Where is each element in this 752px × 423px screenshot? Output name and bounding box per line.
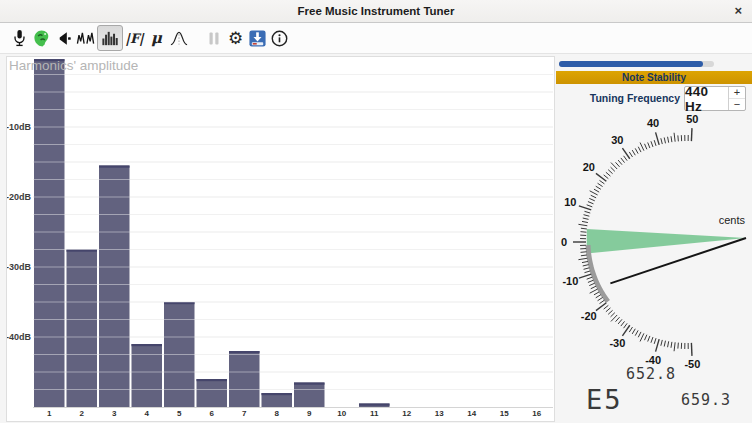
bars-icon [100,29,120,48]
harmonic-bar-cap [197,379,228,381]
info-icon [270,29,289,48]
fourier-button[interactable]: |F| [124,25,145,51]
gauge-minor-tick [632,150,635,155]
gauge-tick-label: -10 [562,275,578,287]
gauge-tick-label: 30 [611,134,623,146]
gauge-minor-tick [664,341,665,347]
gauge-minor-tick [606,172,611,176]
gauge-tick-label: -30 [609,337,625,349]
gauge-minor-tick [578,224,587,225]
harmonic-bar [229,351,260,407]
note-stability-indicator: Note Stability [556,71,752,84]
gauge-minor-tick [618,160,622,165]
gauge-minor-tick [645,335,647,341]
y-tick-label: -10dB [7,122,31,132]
gauge-major-tick [622,148,629,159]
gauge-minor-tick [581,252,587,253]
gauge-minor-tick [589,283,594,285]
settings-button[interactable]: ⚙ [225,25,246,51]
gauge-minor-tick [584,271,590,273]
gauge-minor-tick [590,191,598,195]
cents-unit-label: cents [719,214,746,226]
cents-gauge: -50-40-30-20-1001020304050cents [556,113,752,375]
gauge-tick-label: 40 [647,117,659,129]
harmonics-chart: -10dB-20dB-30dB-40dB12345678910111213141… [6,56,555,422]
harmonics-chart-svg: -10dB-20dB-30dB-40dB12345678910111213141… [7,57,554,421]
speaker-icon [54,29,73,48]
harmonic-bar-cap [262,393,293,395]
gauge-minor-tick [581,255,587,256]
spin-down-button[interactable]: − [729,99,745,110]
gauge-minor-tick [594,292,599,295]
gauge-minor-tick [600,300,605,303]
gauge-tick-label: 0 [561,236,567,248]
harmonic-bar-cap [132,344,163,346]
gauge-minor-tick [674,133,675,142]
save-button[interactable] [247,25,268,51]
gauge-minor-tick [608,310,612,314]
green-fork-icon [32,29,51,48]
waveform-button[interactable] [75,25,96,51]
x-tick-label: 12 [402,409,411,418]
gauge-major-tick [579,274,591,278]
frequency-high-readout: 659.3 [666,391,746,409]
gauge-major-tick [579,206,591,210]
harmonic-bar [132,344,163,407]
harmonic-bar-cap [99,166,130,168]
gauge-minor-tick [582,221,588,222]
gauge-tick-label: -40 [645,354,661,366]
app-window: Free Music Instrument Tuner × [0,0,752,423]
chart-title: Harmonics' amplitude [9,58,138,73]
statistics-button[interactable]: μ [146,25,167,51]
y-tick-label: -20dB [7,192,31,202]
x-tick-label: 1 [47,409,52,418]
in-tune-wedge [587,229,746,253]
window-title: Free Music Instrument Tuner [298,5,455,17]
gauge-minor-tick [678,343,679,349]
speaker-button[interactable] [53,25,74,51]
gauge-minor-tick [600,180,605,183]
gauge-minor-tick [591,195,596,198]
gauge-minor-tick [584,215,590,217]
gear-icon: ⚙ [228,28,243,48]
gauge-minor-tick [629,152,632,157]
x-tick-label: 2 [80,409,85,418]
gauge-minor-tick [611,167,615,171]
x-tick-label: 16 [532,409,541,418]
harmonic-bar [197,379,228,407]
microphone-button[interactable] [9,25,30,51]
gauge-minor-tick [632,329,635,334]
gauge-minor-tick [624,323,628,328]
gauge-minor-tick [654,140,656,146]
gauge-minor-tick [645,144,647,150]
capture-toggle-button[interactable] [31,25,52,51]
close-button[interactable]: × [731,0,745,22]
gauge-minor-tick [640,143,644,151]
tuning-frequency-label: Tuning Frequency [556,92,680,104]
gauge-minor-tick [678,135,679,141]
gauss-button[interactable] [168,25,189,51]
gauge-major-tick [596,303,606,311]
pause-button[interactable] [203,25,224,51]
gauge-minor-tick [606,308,611,312]
y-tick-label: -30dB [7,262,31,272]
about-button[interactable] [269,25,290,51]
bell-icon [169,29,189,48]
harmonic-bar [99,166,130,408]
gauge-minor-tick [635,330,638,335]
harmonic-bar [67,250,98,408]
tuning-frequency-spinbox[interactable]: 440 Hz + − [684,86,746,111]
gauge-minor-tick [629,327,632,332]
gauge-minor-tick [581,232,587,233]
gauge-minor-tick [671,342,672,348]
gauge-tick-label: 10 [564,196,576,208]
gauge-tick-label: 20 [583,161,595,173]
y-tick-label: -40dB [7,332,31,342]
gauge-minor-tick [621,158,625,163]
harmonics-button[interactable] [97,25,123,51]
gauge-major-tick [691,343,692,356]
tuning-frequency-value[interactable]: 440 Hz [685,87,728,110]
gauge-minor-tick [618,319,622,324]
gauge-minor-tick [674,342,675,351]
gauge-minor-tick [661,340,662,346]
